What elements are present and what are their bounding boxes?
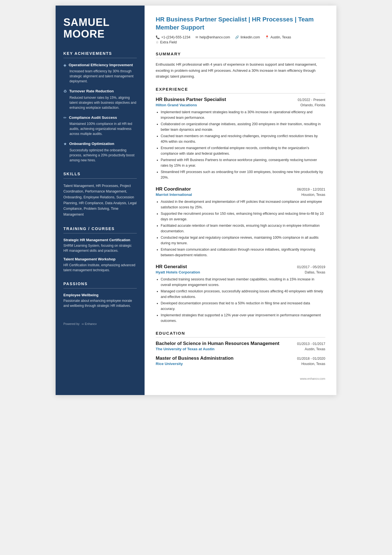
bullet-item: Coached team members on managing and res… <box>161 133 325 144</box>
sidebar: SAMUEL MOORE KEY ACHIEVEMENTS ◈ Operatio… <box>56 6 145 395</box>
job-block-2: HR Coordinator 06/2019 - 12/2021 Marriot… <box>156 186 325 258</box>
edu-degree-1: Bachelor of Science in Human Resources M… <box>156 341 279 346</box>
achievement-item: ◈ Operational Efficiency Improvement Inc… <box>63 63 137 84</box>
email-text: help@enhancv.com <box>200 35 230 39</box>
training-item: Strategic HR Management Certification SH… <box>63 238 137 253</box>
edu-block-1: Bachelor of Science in Human Resources M… <box>156 341 325 351</box>
bullet-item: Partnered with HR Business Partners to e… <box>161 157 325 168</box>
phone-icon: 📞 <box>156 35 160 39</box>
edu-degree-2: Master of Business Administration <box>156 356 234 361</box>
contact-location: 📍 Austin, Texas <box>265 35 291 39</box>
achievement-header: ♻ Turnover Rate Reduction <box>63 89 137 94</box>
website-text: linkedin.com <box>240 35 260 39</box>
achievement-header: ✏ Compliance Audit Success <box>63 115 137 120</box>
job-header-row: HR Business Partner Specialist 01/2022 -… <box>156 97 325 102</box>
powered-by-label: Powered by <box>63 322 80 325</box>
main-footer: www.enhancv.com <box>156 377 325 380</box>
location-text: Austin, Texas <box>271 35 291 39</box>
training-title: Talent Management Workshop <box>63 257 137 262</box>
achievement-icon-onboarding: ★ <box>63 142 67 146</box>
bullet-item: Developed documentation processes that l… <box>161 300 325 312</box>
training-divider <box>63 233 137 233</box>
training-desc: HR Certification Institute, emphasizing … <box>63 263 137 273</box>
edu-block-2: Master of Business Administration 01/201… <box>156 356 325 366</box>
job-company-row: Hilton Grand Vacations Orlando, Florida <box>156 103 325 107</box>
main-content: HR Business Partner Specialist | HR Proc… <box>145 6 336 395</box>
achievement-desc: Increased team efficiency by 30% through… <box>63 69 137 84</box>
job-header-row: HR Coordinator 06/2019 - 12/2021 <box>156 186 325 192</box>
resume-container: SAMUEL MOORE KEY ACHIEVEMENTS ◈ Operatio… <box>56 6 336 395</box>
job-title-2: HR Coordinator <box>156 186 191 192</box>
achievement-header: ◈ Operational Efficiency Improvement <box>63 63 137 68</box>
job-location-3: Dallas, Texas <box>305 270 325 274</box>
experience-section-title: EXPERIENCE <box>156 87 325 92</box>
edu-location-1: Austin, Texas <box>305 347 325 351</box>
job-block-3: HR Generalist 01/2017 - 05/2019 Hyatt Ho… <box>156 264 325 324</box>
summary-divider <box>156 58 325 58</box>
job-block-1: HR Business Partner Specialist 01/2022 -… <box>156 97 325 180</box>
passion-desc: Passionate about enhancing employee mora… <box>63 298 137 308</box>
edu-university-2: Rice University <box>156 362 183 366</box>
sidebar-footer: Powered by ∞ Enhancv <box>63 322 137 325</box>
candidate-name: SAMUEL MOORE <box>63 17 137 40</box>
skills-divider <box>63 178 137 179</box>
job-company-row: Marriot International Houston, Texas <box>156 193 325 197</box>
email-icon: ✉ <box>195 35 198 39</box>
extra-field-row: ☆ Extra Field <box>156 40 325 44</box>
achievement-title: Compliance Audit Success <box>69 115 117 120</box>
summary-text: Enthusiastic HR professional with 4 year… <box>156 61 325 79</box>
edu-dates-1: 01/2013 - 01/2017 <box>297 342 325 346</box>
job-location-2: Houston, Texas <box>301 193 325 197</box>
achievement-item: ✏ Compliance Audit Success Maintained 10… <box>63 115 137 137</box>
job-title-1: HR Business Partner Specialist <box>156 97 226 102</box>
experience-divider <box>156 93 325 93</box>
bullet-item: Conducted regular legal and regulatory c… <box>161 235 325 246</box>
contact-row: 📞 +1-(234)-555-1234 ✉ help@enhancv.com 🔗… <box>156 35 325 39</box>
edu-uni-row: Rice University Houston, Texas <box>156 362 325 366</box>
skills-section-title: SKILLS <box>63 172 137 176</box>
bullet-item: Managed conflict resolution processes, s… <box>161 288 325 300</box>
training-desc: SHRM Learning System, focusing on strate… <box>63 243 137 253</box>
edu-uni-row: The University of Texas at Austin Austin… <box>156 347 325 351</box>
contact-website: 🔗 linkedin.com <box>235 35 260 39</box>
extra-field-text: Extra Field <box>160 40 177 44</box>
edu-location-2: Houston, Texas <box>301 362 325 366</box>
achievement-desc: Successfully optimized the onboarding pr… <box>63 148 137 163</box>
job-dates-1: 01/2022 - Present <box>298 98 325 102</box>
training-list: Strategic HR Management Certification SH… <box>63 238 137 273</box>
achievements-list: ◈ Operational Efficiency Improvement Inc… <box>63 63 137 163</box>
bullet-item: Implemented strategies that supported a … <box>161 312 325 324</box>
company-name-3: Hyatt Hotels Corporation <box>156 270 200 274</box>
job-location-1: Orlando, Florida <box>300 103 325 107</box>
edu-header-row: Bachelor of Science in Human Resources M… <box>156 341 325 346</box>
bullet-item: Implemented talent management strategies… <box>161 109 325 120</box>
bullet-item: Conducted training sessions that improve… <box>161 277 325 288</box>
job-dates-2: 06/2019 - 12/2021 <box>297 188 325 191</box>
achievement-header: ★ Onboarding Optimization <box>63 141 137 146</box>
achievement-icon-compliance: ✏ <box>63 115 67 120</box>
name-text: SAMUEL MOORE <box>63 17 137 40</box>
achievement-item: ♻ Turnover Rate Reduction Reduced turnov… <box>63 89 137 110</box>
contact-email: ✉ help@enhancv.com <box>195 35 230 39</box>
bullet-item: Collaborated on organizational change in… <box>161 121 325 132</box>
achievement-title: Turnover Rate Reduction <box>69 89 114 94</box>
passions-section-title: PASSIONS <box>63 282 137 286</box>
achievement-desc: Maintained 100% compliance in all HR-led… <box>63 121 137 136</box>
job-company-row: Hyatt Hotels Corporation Dallas, Texas <box>156 270 325 274</box>
summary-section-title: SUMMARY <box>156 51 325 56</box>
job-bullets-1: Implemented talent management strategies… <box>156 109 325 180</box>
job-title-3: HR Generalist <box>156 264 187 270</box>
achievement-icon-efficiency: ◈ <box>63 63 66 67</box>
job-bullets-2: Assisted in the development and implemen… <box>156 199 325 258</box>
bullet-item: Facilitated accurate retention of team m… <box>161 223 325 234</box>
bullet-item: Ensured secure management of confidentia… <box>161 145 325 156</box>
brand-logo: ∞ Enhancv <box>82 322 97 325</box>
job-dates-3: 01/2017 - 05/2019 <box>297 265 325 269</box>
company-name-1: Hilton Grand Vacations <box>156 103 197 107</box>
achievements-divider <box>63 58 137 58</box>
achievements-section-title: KEY ACHIEVEMENTS <box>63 51 137 56</box>
achievement-item: ★ Onboarding Optimization Successfully o… <box>63 141 137 163</box>
phone-text: +1-(234)-555-1234 <box>161 35 190 39</box>
contact-phone: 📞 +1-(234)-555-1234 <box>156 35 190 39</box>
job-header-row: HR Generalist 01/2017 - 05/2019 <box>156 264 325 270</box>
